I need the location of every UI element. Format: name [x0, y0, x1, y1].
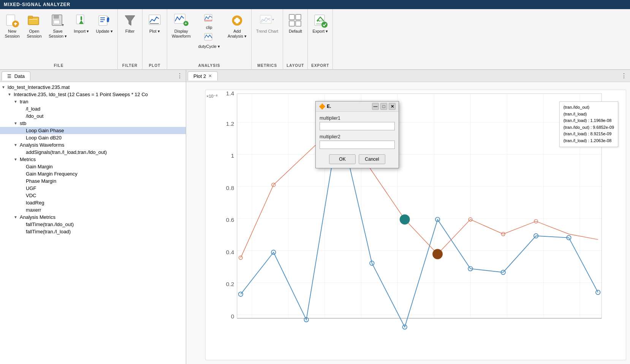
layout-section-label: LAYOUT	[287, 62, 304, 68]
svg-text:1.2: 1.2	[226, 120, 234, 127]
duty-cycle-button[interactable]: dutyCycle ▾	[197, 32, 222, 50]
tree-item-load-reg[interactable]: loadReg	[0, 199, 186, 206]
filter-buttons: Filter	[119, 11, 141, 62]
tree-item-fall-time-load[interactable]: fallTime(tran./l_load)	[0, 228, 186, 235]
save-session-button[interactable]: ▼ SaveSession ▾	[46, 11, 70, 40]
import-button[interactable]: Import ▾	[71, 11, 92, 35]
tree-item-interactive-root[interactable]: ▼ Interactive.235, ldo_test (12 Cases = …	[0, 91, 186, 98]
dialog-close-button[interactable]: ✕	[389, 103, 396, 110]
tree-item-loop-gain-db20[interactable]: Loop Gain dB20	[0, 134, 186, 141]
dialog-title-controls: — □ ✕	[372, 103, 396, 110]
tree-label-metrics: Metrics	[20, 157, 184, 162]
display-waveform-button[interactable]: + DisplayWaveform	[169, 11, 194, 40]
svg-text:0: 0	[231, 313, 234, 320]
tree-item-vdc[interactable]: VDC	[0, 192, 186, 199]
svg-text:0.8: 0.8	[226, 185, 234, 191]
tree-item-metrics[interactable]: ▼ Metrics	[0, 156, 186, 163]
tree-item-analysis-metrics[interactable]: ▼ Analysis Metrics	[0, 214, 186, 221]
selected-brown-circle[interactable]	[432, 249, 443, 259]
multiplier2-input[interactable]	[320, 141, 395, 149]
tree-item-add-signals[interactable]: addSignals(tran./l_load,tran./ldo_out)	[0, 149, 186, 156]
svg-rect-5	[28, 16, 33, 18]
dialog-ok-button[interactable]: OK	[329, 154, 356, 164]
display-waveform-label: DisplayWaveform	[172, 29, 191, 39]
svg-rect-6	[29, 19, 38, 20]
legend-line-3: (tran./l_load) : 1.1969e-08	[564, 117, 614, 124]
trend-chart-button[interactable]: ▼ Trend Chart	[253, 11, 281, 35]
plot-tab-plot2[interactable]: Plot 2 ✕	[188, 71, 218, 81]
tree-item-phase-margin[interactable]: Phase Margin	[0, 177, 186, 185]
svg-text:0.2: 0.2	[226, 281, 234, 287]
add-analysis-button[interactable]: AddAnalysis ▾	[225, 11, 250, 40]
plot-icon	[147, 13, 162, 28]
trend-chart-label: Trend Chart	[256, 29, 278, 34]
svg-rect-29	[289, 14, 294, 20]
svg-rect-8	[54, 15, 59, 19]
update-button[interactable]: Update ▾	[93, 11, 116, 35]
dialog-maximize-button[interactable]: □	[380, 103, 387, 110]
default-button[interactable]: Default	[285, 11, 306, 35]
dialog-minimize-button[interactable]: —	[372, 103, 379, 110]
data-tab[interactable]: ☰ Data	[2, 71, 30, 81]
tree-label-ugf: UGF	[26, 185, 184, 191]
svg-point-34	[321, 22, 328, 28]
new-session-label: NewSession	[5, 29, 19, 39]
sidebar-tree: ▼ ldo_test_Interactive.235.mat ▼ Interac…	[0, 82, 186, 364]
main-area: ☰ Data ⋮ ▼ ldo_test_Interactive.235.mat …	[0, 70, 630, 364]
plot-tab-label: Plot 2	[193, 73, 206, 79]
plot-button[interactable]: Plot ▾	[144, 11, 165, 35]
tree-item-file-root[interactable]: ▼ ldo_test_Interactive.235.mat	[0, 84, 186, 91]
tree-arrow-analysis-metrics: ▼	[14, 215, 20, 219]
app-title: MIXED-SIGNAL ANALYZER	[4, 2, 70, 7]
title-bar: MIXED-SIGNAL ANALYZER	[0, 0, 630, 9]
filter-button[interactable]: Filter	[119, 11, 141, 35]
tree-label-tran: tran	[20, 99, 184, 104]
clip-label: clip	[206, 25, 212, 30]
tree-item-maxerr[interactable]: maxerr	[0, 206, 186, 214]
clip-button[interactable]: clip	[201, 13, 217, 30]
update-label: Update ▾	[96, 29, 113, 34]
selected-teal-circle-2[interactable]	[400, 214, 410, 225]
tree-item-fall-time-ldo[interactable]: fallTime(tran./ldo_out)	[0, 221, 186, 228]
tree-arrow-interactive: ▼	[8, 92, 14, 97]
tree-item-analysis-waveforms[interactable]: ▼ Analysis Waveforms	[0, 141, 186, 149]
new-session-button[interactable]: NewSession	[2, 11, 23, 40]
file-buttons: NewSession OpenSession	[2, 11, 116, 62]
tree-item-gain-margin-freq[interactable]: Gain Margin Frequency	[0, 170, 186, 177]
plot-buttons: Plot ▾	[144, 11, 165, 62]
svg-rect-26	[234, 19, 240, 22]
export-button[interactable]: Export ▾	[309, 11, 331, 35]
svg-text:+: +	[184, 21, 187, 25]
dialog-cancel-button[interactable]: Cancel	[359, 154, 385, 164]
tree-item-ugf[interactable]: UGF	[0, 185, 186, 192]
dialog-buttons: OK Cancel	[320, 154, 395, 164]
tree-label-interactive: Interactive.235, ldo_test (12 Cases = 1 …	[14, 92, 184, 97]
metrics-section-label: METRICS	[257, 62, 277, 68]
sidebar: ☰ Data ⋮ ▼ ldo_test_Interactive.235.mat …	[0, 70, 186, 364]
open-session-button[interactable]: OpenSession	[24, 11, 45, 40]
multiplier-dialog[interactable]: 🔶 E. — □ ✕ multiplier1 multiplier2	[315, 101, 399, 168]
tree-item-l-load[interactable]: /l_load	[0, 105, 186, 112]
tree-item-gain-margin[interactable]: Gain Margin	[0, 163, 186, 170]
duty-cycle-label: dutyCycle ▾	[198, 44, 220, 49]
export-icon	[313, 13, 328, 28]
plot-tab-bar: Plot 2 ✕ ⋮	[186, 70, 630, 82]
tree-arrow-file-root: ▼	[2, 85, 8, 89]
tree-item-loop-gain-phase[interactable]: Loop Gain Phase	[0, 127, 186, 134]
plot-tab-more[interactable]: ⋮	[619, 71, 628, 81]
svg-rect-3	[15, 22, 16, 25]
sidebar-more-button[interactable]: ⋮	[175, 71, 184, 81]
tree-item-stb[interactable]: ▼ stb	[0, 120, 186, 127]
tree-item-tran[interactable]: ▼ tran	[0, 98, 186, 105]
ribbon-section-filter: Filter FILTER	[118, 9, 142, 69]
plot-tab-close[interactable]: ✕	[208, 73, 212, 79]
open-session-label: OpenSession	[27, 29, 41, 39]
svg-text:▼: ▼	[272, 18, 275, 21]
tree-item-ldo-out[interactable]: /ldo_out	[0, 112, 186, 120]
tree-label-gain-margin: Gain Margin	[26, 164, 184, 169]
multiplier1-input[interactable]	[320, 122, 395, 130]
export-section-label: EXPORT	[311, 62, 329, 68]
multiplier1-label: multiplier1	[320, 116, 395, 121]
new-session-icon	[5, 13, 20, 28]
import-icon	[74, 13, 89, 28]
